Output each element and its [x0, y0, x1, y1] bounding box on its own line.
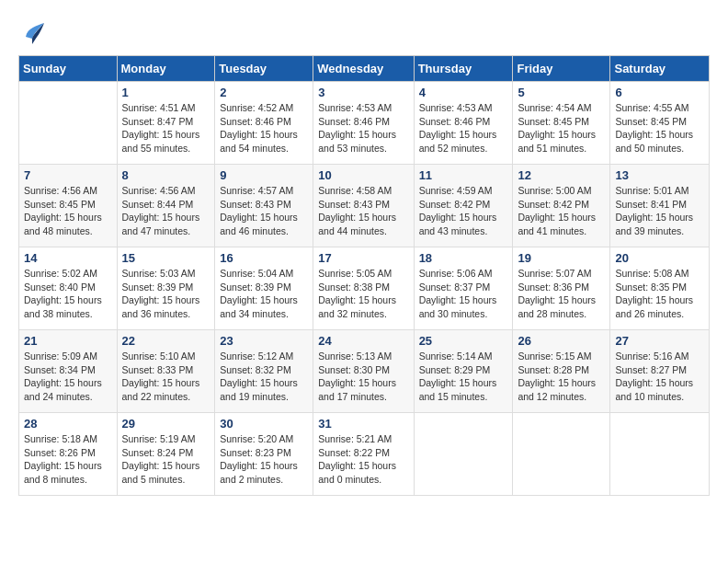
day-info: Sunrise: 5:06 AM Sunset: 8:37 PM Dayligh… [419, 267, 508, 321]
day-info: Sunrise: 4:55 AM Sunset: 8:45 PM Dayligh… [615, 101, 704, 155]
day-number: 5 [518, 86, 605, 99]
calendar-cell: 16Sunrise: 5:04 AM Sunset: 8:39 PM Dayli… [215, 247, 313, 330]
day-info: Sunrise: 5:19 AM Sunset: 8:24 PM Dayligh… [122, 432, 210, 487]
calendar-cell: 20Sunrise: 5:08 AM Sunset: 8:35 PM Dayli… [610, 247, 710, 330]
calendar-cell: 12Sunrise: 5:00 AM Sunset: 8:42 PM Dayli… [513, 165, 610, 247]
day-number: 9 [220, 168, 308, 182]
day-info: Sunrise: 4:54 AM Sunset: 8:45 PM Dayligh… [518, 101, 605, 155]
day-info: Sunrise: 5:12 AM Sunset: 8:32 PM Dayligh… [220, 350, 308, 404]
calendar-cell: 7Sunrise: 4:56 AM Sunset: 8:45 PM Daylig… [19, 165, 118, 247]
calendar-cell: 3Sunrise: 4:53 AM Sunset: 8:46 PM Daylig… [313, 82, 414, 165]
calendar-cell: 1Sunrise: 4:51 AM Sunset: 8:47 PM Daylig… [117, 82, 215, 165]
calendar-cell [610, 413, 710, 496]
calendar-cell: 18Sunrise: 5:06 AM Sunset: 8:37 PM Dayli… [414, 247, 513, 330]
day-number: 3 [318, 86, 408, 99]
day-number: 27 [615, 334, 704, 348]
week-row-3: 14Sunrise: 5:02 AM Sunset: 8:40 PM Dayli… [19, 247, 710, 330]
calendar-body: 1Sunrise: 4:51 AM Sunset: 8:47 PM Daylig… [19, 82, 710, 496]
day-info: Sunrise: 5:14 AM Sunset: 8:29 PM Dayligh… [419, 350, 508, 404]
day-info: Sunrise: 4:51 AM Sunset: 8:47 PM Dayligh… [122, 101, 210, 155]
calendar-cell: 6Sunrise: 4:55 AM Sunset: 8:45 PM Daylig… [610, 82, 710, 165]
day-number: 15 [122, 251, 210, 265]
calendar-header: SundayMondayTuesdayWednesdayThursdayFrid… [19, 56, 710, 82]
calendar-table: SundayMondayTuesdayWednesdayThursdayFrid… [18, 55, 710, 496]
day-info: Sunrise: 5:03 AM Sunset: 8:39 PM Dayligh… [122, 267, 210, 321]
day-number: 28 [24, 417, 112, 431]
header-row: SundayMondayTuesdayWednesdayThursdayFrid… [19, 56, 710, 82]
day-number: 12 [518, 168, 605, 182]
week-row-1: 1Sunrise: 4:51 AM Sunset: 8:47 PM Daylig… [19, 82, 710, 165]
day-info: Sunrise: 5:16 AM Sunset: 8:27 PM Dayligh… [615, 350, 704, 404]
day-info: Sunrise: 5:21 AM Sunset: 8:22 PM Dayligh… [318, 432, 408, 487]
day-info: Sunrise: 5:08 AM Sunset: 8:35 PM Dayligh… [615, 267, 704, 321]
day-number: 14 [24, 251, 112, 265]
day-info: Sunrise: 5:20 AM Sunset: 8:23 PM Dayligh… [220, 432, 308, 487]
calendar-cell: 22Sunrise: 5:10 AM Sunset: 8:33 PM Dayli… [117, 330, 215, 413]
day-info: Sunrise: 5:13 AM Sunset: 8:30 PM Dayligh… [318, 350, 408, 404]
header-cell-tuesday: Tuesday [215, 56, 313, 82]
day-info: Sunrise: 5:10 AM Sunset: 8:33 PM Dayligh… [122, 350, 210, 404]
day-info: Sunrise: 4:59 AM Sunset: 8:42 PM Dayligh… [419, 184, 508, 238]
day-number: 21 [24, 334, 112, 348]
day-info: Sunrise: 4:52 AM Sunset: 8:46 PM Dayligh… [220, 101, 308, 155]
calendar-cell [414, 413, 513, 496]
day-info: Sunrise: 5:09 AM Sunset: 8:34 PM Dayligh… [24, 350, 112, 404]
calendar-cell: 2Sunrise: 4:52 AM Sunset: 8:46 PM Daylig… [215, 82, 313, 165]
day-info: Sunrise: 5:00 AM Sunset: 8:42 PM Dayligh… [518, 184, 605, 238]
day-number: 26 [518, 334, 605, 348]
header-cell-thursday: Thursday [414, 56, 513, 82]
day-number: 18 [419, 251, 508, 265]
calendar-cell: 9Sunrise: 4:57 AM Sunset: 8:43 PM Daylig… [215, 165, 313, 247]
calendar-cell: 8Sunrise: 4:56 AM Sunset: 8:44 PM Daylig… [117, 165, 215, 247]
calendar-cell: 13Sunrise: 5:01 AM Sunset: 8:41 PM Dayli… [610, 165, 710, 247]
calendar-cell: 24Sunrise: 5:13 AM Sunset: 8:30 PM Dayli… [313, 330, 414, 413]
week-row-5: 28Sunrise: 5:18 AM Sunset: 8:26 PM Dayli… [19, 413, 710, 496]
header-cell-sunday: Sunday [19, 56, 118, 82]
day-number: 23 [220, 334, 308, 348]
day-info: Sunrise: 4:57 AM Sunset: 8:43 PM Dayligh… [220, 184, 308, 238]
calendar-cell: 15Sunrise: 5:03 AM Sunset: 8:39 PM Dayli… [117, 247, 215, 330]
calendar-cell: 19Sunrise: 5:07 AM Sunset: 8:36 PM Dayli… [513, 247, 610, 330]
header-cell-monday: Monday [117, 56, 215, 82]
day-info: Sunrise: 4:58 AM Sunset: 8:43 PM Dayligh… [318, 184, 408, 238]
calendar-cell: 27Sunrise: 5:16 AM Sunset: 8:27 PM Dayli… [610, 330, 710, 413]
day-number: 19 [518, 251, 605, 265]
day-number: 8 [122, 168, 210, 182]
calendar-cell: 14Sunrise: 5:02 AM Sunset: 8:40 PM Dayli… [19, 247, 118, 330]
day-number: 1 [122, 86, 210, 99]
week-row-4: 21Sunrise: 5:09 AM Sunset: 8:34 PM Dayli… [19, 330, 710, 413]
day-number: 11 [419, 168, 508, 182]
calendar-cell: 28Sunrise: 5:18 AM Sunset: 8:26 PM Dayli… [19, 413, 118, 496]
calendar-cell: 25Sunrise: 5:14 AM Sunset: 8:29 PM Dayli… [414, 330, 513, 413]
logo [18, 18, 50, 46]
day-info: Sunrise: 4:56 AM Sunset: 8:45 PM Dayligh… [24, 184, 112, 238]
day-number: 2 [220, 86, 308, 99]
header-cell-saturday: Saturday [610, 56, 710, 82]
calendar-cell: 11Sunrise: 4:59 AM Sunset: 8:42 PM Dayli… [414, 165, 513, 247]
day-number: 17 [318, 251, 408, 265]
day-info: Sunrise: 5:04 AM Sunset: 8:39 PM Dayligh… [220, 267, 308, 321]
day-info: Sunrise: 4:53 AM Sunset: 8:46 PM Dayligh… [419, 101, 508, 155]
header-cell-wednesday: Wednesday [313, 56, 414, 82]
day-number: 29 [122, 417, 210, 431]
day-number: 6 [615, 86, 704, 99]
day-number: 13 [615, 168, 704, 182]
header [18, 18, 710, 46]
calendar-cell: 10Sunrise: 4:58 AM Sunset: 8:43 PM Dayli… [313, 165, 414, 247]
day-number: 22 [122, 334, 210, 348]
week-row-2: 7Sunrise: 4:56 AM Sunset: 8:45 PM Daylig… [19, 165, 710, 247]
logo-icon [18, 18, 46, 46]
calendar-cell: 21Sunrise: 5:09 AM Sunset: 8:34 PM Dayli… [19, 330, 118, 413]
calendar-cell: 5Sunrise: 4:54 AM Sunset: 8:45 PM Daylig… [513, 82, 610, 165]
day-info: Sunrise: 5:07 AM Sunset: 8:36 PM Dayligh… [518, 267, 605, 321]
day-number: 31 [318, 417, 408, 431]
calendar-cell: 4Sunrise: 4:53 AM Sunset: 8:46 PM Daylig… [414, 82, 513, 165]
day-number: 25 [419, 334, 508, 348]
calendar-cell: 30Sunrise: 5:20 AM Sunset: 8:23 PM Dayli… [215, 413, 313, 496]
calendar-cell [513, 413, 610, 496]
day-info: Sunrise: 4:56 AM Sunset: 8:44 PM Dayligh… [122, 184, 210, 238]
calendar-cell: 17Sunrise: 5:05 AM Sunset: 8:38 PM Dayli… [313, 247, 414, 330]
calendar-cell: 26Sunrise: 5:15 AM Sunset: 8:28 PM Dayli… [513, 330, 610, 413]
day-number: 7 [24, 168, 112, 182]
day-number: 30 [220, 417, 308, 431]
